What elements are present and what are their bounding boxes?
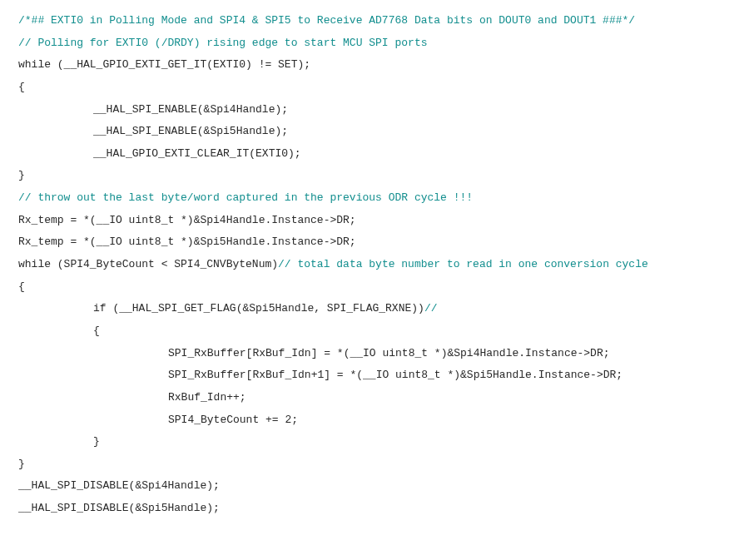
- code-line: __HAL_SPI_ENABLE(&Spi4Handle);: [18, 99, 736, 121]
- code-text: {: [18, 280, 25, 293]
- code-text: __HAL_SPI_DISABLE(&Spi5Handle);: [18, 502, 220, 514]
- code-line: }: [18, 453, 736, 476]
- code-text: if (__HAL_SPI_GET_FLAG(&Spi5Handle, SPI_…: [93, 302, 424, 315]
- code-text: {: [93, 325, 100, 337]
- code-line: if (__HAL_SPI_GET_FLAG(&Spi5Handle, SPI_…: [18, 298, 736, 320]
- code-text: RxBuf_Idn++;: [168, 391, 246, 404]
- code-line: {: [18, 276, 736, 299]
- code-line: /*## EXTI0 in Polling Mode and SPI4 & SP…: [18, 10, 736, 32]
- code-line: SPI_RxBuffer[RxBuf_Idn] = *(__IO uint8_t…: [18, 343, 736, 365]
- code-line: while (SPI4_ByteCount < SPI4_CNVByteNum)…: [18, 254, 736, 276]
- code-line: SPI4_ByteCount += 2;: [18, 409, 736, 432]
- comment-text: // total data byte number to read in one…: [278, 258, 648, 270]
- code-text: SPI_RxBuffer[RxBuf_Idn] = *(__IO uint8_t…: [168, 347, 610, 359]
- code-text: while (__HAL_GPIO_EXTI_GET_IT(EXTI0) != …: [18, 58, 310, 71]
- code-text: Rx_temp = *(__IO uint8_t *)&Spi5Handle.I…: [18, 235, 356, 248]
- code-line: Rx_temp = *(__IO uint8_t *)&Spi5Handle.I…: [18, 231, 736, 254]
- code-text: __HAL_SPI_ENABLE(&Spi4Handle);: [93, 103, 288, 116]
- comment-text: // throw out the last byte/word captured…: [18, 191, 473, 204]
- code-text: {: [18, 81, 25, 93]
- code-line: Rx_temp = *(__IO uint8_t *)&Spi4Handle.I…: [18, 210, 736, 232]
- code-text: __HAL_SPI_ENABLE(&Spi5Handle);: [93, 125, 288, 137]
- code-text: SPI4_ByteCount += 2;: [168, 414, 298, 426]
- code-line: __HAL_SPI_ENABLE(&Spi5Handle);: [18, 121, 736, 143]
- code-line: }: [18, 165, 736, 187]
- comment-text: //: [424, 302, 438, 315]
- code-line: __HAL_GPIO_EXTI_CLEAR_IT(EXTI0);: [18, 143, 736, 166]
- code-line: // Polling for EXTI0 (/DRDY) rising edge…: [18, 32, 736, 55]
- code-line: }: [18, 431, 736, 453]
- code-line: {: [18, 320, 736, 343]
- code-line: {: [18, 77, 736, 99]
- comment-text: /*## EXTI0 in Polling Mode and SPI4 & SP…: [18, 14, 635, 27]
- code-line: // throw out the last byte/word captured…: [18, 187, 736, 210]
- code-line: while (__HAL_GPIO_EXTI_GET_IT(EXTI0) != …: [18, 54, 736, 77]
- code-text: __HAL_SPI_DISABLE(&Spi4Handle);: [18, 479, 220, 492]
- code-text: }: [93, 435, 100, 448]
- code-text: SPI_RxBuffer[RxBuf_Idn+1] = *(__IO uint8…: [168, 369, 623, 381]
- code-text: }: [18, 458, 25, 470]
- code-text: Rx_temp = *(__IO uint8_t *)&Spi4Handle.I…: [18, 214, 356, 226]
- comment-text: // Polling for EXTI0 (/DRDY) rising edge…: [18, 37, 427, 49]
- code-text: __HAL_GPIO_EXTI_CLEAR_IT(EXTI0);: [93, 147, 301, 160]
- code-text: while (SPI4_ByteCount < SPI4_CNVByteNum): [18, 258, 278, 270]
- code-line: __HAL_SPI_DISABLE(&Spi4Handle);: [18, 475, 736, 498]
- code-line: SPI_RxBuffer[RxBuf_Idn+1] = *(__IO uint8…: [18, 364, 736, 387]
- code-line: RxBuf_Idn++;: [18, 387, 736, 409]
- code-line: __HAL_SPI_DISABLE(&Spi5Handle);: [18, 498, 736, 520]
- code-text: }: [18, 169, 25, 181]
